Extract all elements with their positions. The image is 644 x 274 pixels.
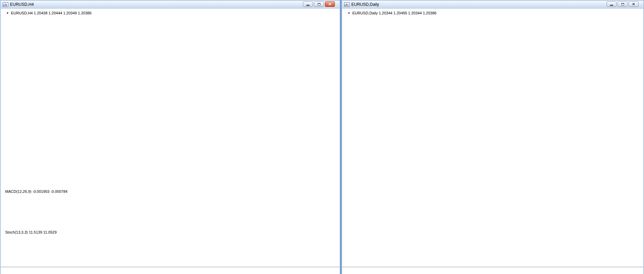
titlebar-h4[interactable]: EURUSD,H4 ✕: [1, 1, 340, 9]
window-title: EURUSD,Daily: [351, 2, 379, 7]
chart-window-daily: EURUSD,Daily ✕ ▼EURUSD,Daily 1.20344 1.2…: [341, 0, 644, 274]
restore-icon: [318, 3, 320, 5]
price-axis[interactable]: [631, 1, 644, 264]
daily-chart-canvas[interactable]: [342, 1, 643, 273]
titlebar-daily[interactable]: EURUSD,Daily ✕: [342, 1, 643, 9]
chart-icon: [344, 2, 350, 7]
minimize-icon: [306, 5, 309, 6]
minimize-button[interactable]: [303, 1, 313, 7]
chart-legend[interactable]: ▼EURUSD,Daily 1.20344 1.20495 1.20344 1.…: [348, 11, 436, 15]
symbol-dropdown-icon[interactable]: ▼: [348, 12, 350, 15]
window-title: EURUSD,H4: [10, 2, 34, 7]
chart-icon: [3, 2, 8, 7]
symbol-dropdown-icon[interactable]: ▼: [6, 12, 9, 15]
macd-label: MACD(12,26,9) -0.001903 -0.000784: [5, 189, 68, 194]
time-axis[interactable]: [1, 267, 340, 274]
close-icon: ✕: [632, 2, 635, 6]
price-axis[interactable]: [318, 1, 340, 267]
chart-legend[interactable]: ▼EURUSD,H4 1.20438 1.20444 1.20349 1.203…: [6, 11, 92, 15]
time-axis[interactable]: [342, 267, 643, 274]
close-button[interactable]: ✕: [325, 1, 335, 7]
ohlc-readout: EURUSD,Daily 1.20344 1.20495 1.20344 1.2…: [352, 11, 436, 15]
minimize-icon: [610, 5, 613, 6]
restore-icon: [621, 3, 624, 5]
ohlc-readout: EURUSD,H4 1.20438 1.20444 1.20349 1.2038…: [11, 11, 92, 15]
stoch-label: Stoch(13,3,3) 11.5139 11.0529: [5, 230, 57, 234]
close-button[interactable]: ✕: [629, 1, 639, 7]
close-icon: ✕: [328, 2, 331, 6]
restore-button[interactable]: [618, 1, 628, 7]
chart-window-h4: EURUSD,H4 ✕ ▼EURUSD,H4 1.20438 1.20444 1…: [0, 0, 340, 274]
minimize-button[interactable]: [607, 1, 617, 7]
restore-button[interactable]: [314, 1, 324, 7]
